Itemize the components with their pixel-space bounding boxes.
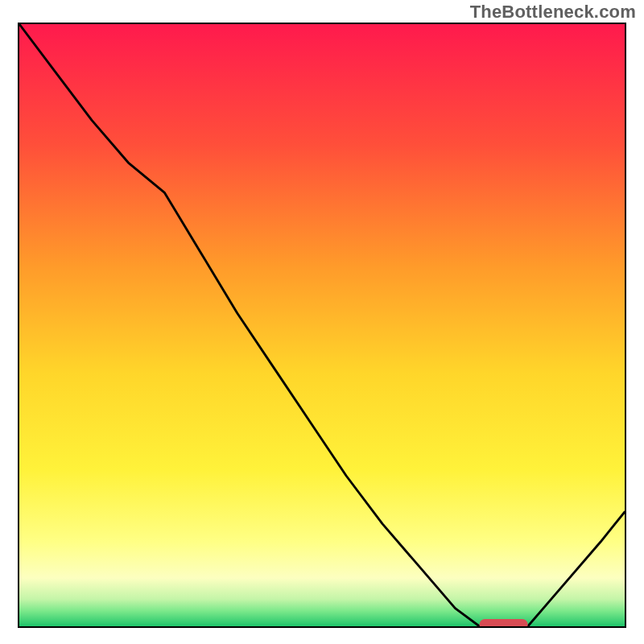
gradient-rect: [19, 24, 625, 626]
chart-frame: TheBottleneck.com: [0, 0, 644, 644]
chart-svg: [19, 24, 625, 626]
watermark-text: TheBottleneck.com: [470, 2, 636, 23]
optimal-range-marker: [480, 619, 528, 626]
plot-area: [18, 23, 626, 628]
